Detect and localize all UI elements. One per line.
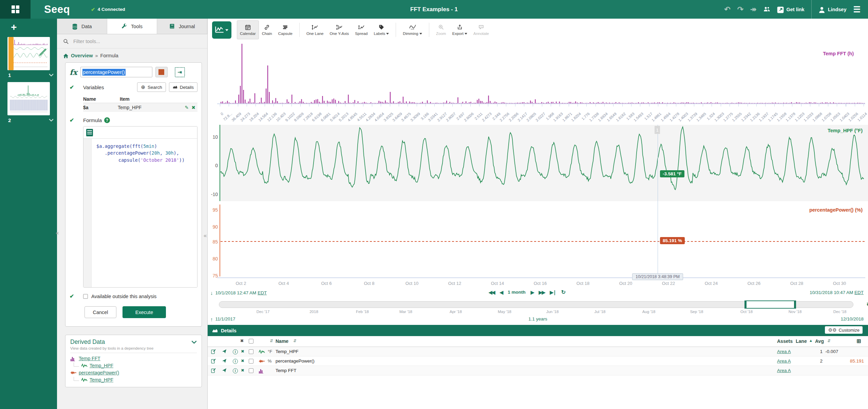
toolbar-button-annotate[interactable]: Annotate — [470, 20, 492, 39]
derived-item-link[interactable]: Temp FFT — [79, 356, 100, 361]
toolbar-button-zoom[interactable]: Zoom — [433, 20, 449, 39]
timeline-scrubber[interactable] — [219, 301, 853, 308]
remove-all-icon[interactable]: ✖ — [240, 338, 244, 343]
info-icon[interactable]: i — [233, 359, 238, 364]
power-dashed-series[interactable] — [221, 241, 865, 242]
range-start[interactable]: ↓ 10/1/2018 12:47 AM EDT — [210, 290, 267, 296]
chevron-down-icon[interactable] — [191, 340, 197, 344]
formula-help-icon[interactable]: ? — [104, 117, 110, 123]
insert-panel-icon[interactable]: ⇥ — [175, 67, 185, 77]
user-menu[interactable]: Lindsey — [818, 6, 847, 13]
worksheet-thumbnail-1[interactable] — [7, 37, 50, 70]
variables-details-button[interactable]: Details — [169, 82, 197, 92]
share-users-icon[interactable] — [763, 6, 770, 13]
hamburger-menu-icon[interactable]: ☰ — [853, 5, 861, 14]
execute-button[interactable]: Execute — [122, 306, 166, 318]
investigate-duration[interactable]: 1.1 years — [528, 316, 547, 322]
info-icon[interactable]: i — [233, 349, 238, 354]
assets-link[interactable]: Area A — [777, 368, 791, 373]
sort-icon[interactable]: ⇵ — [293, 338, 297, 343]
step-forward-fast-icon[interactable]: ▶▶ — [539, 290, 545, 295]
timeline-selection-window[interactable] — [744, 300, 796, 309]
chevron-down-icon[interactable] — [49, 74, 54, 77]
cancel-button[interactable]: Cancel — [84, 306, 116, 318]
collapse-worksheets-handle[interactable]: « — [56, 230, 59, 236]
document-lines-icon[interactable] — [86, 129, 93, 136]
add-worksheet-button[interactable]: + — [11, 22, 57, 32]
step-size-label[interactable]: 1 month — [508, 290, 526, 295]
send-item-icon[interactable] — [222, 349, 227, 354]
toolbar-button-dimming[interactable]: Dimming — [400, 20, 425, 39]
avg-column-header[interactable]: Avg — [815, 338, 824, 344]
select-all-checkbox[interactable] — [249, 339, 253, 344]
step-to-end-icon[interactable]: ▶❘ — [550, 290, 556, 295]
derived-item-link[interactable]: percentagePower() — [79, 370, 119, 375]
chevron-down-icon[interactable] — [49, 119, 54, 122]
refresh-icon[interactable]: ↻ — [561, 289, 566, 295]
toolbar-button-spread[interactable]: Spread — [352, 20, 371, 39]
sort-asc-icon[interactable]: ▲ — [809, 338, 813, 343]
range-end[interactable]: 10/31/2018 10:47 AM EDT — [810, 290, 864, 295]
connection-status[interactable]: ✔ 4 Connected — [91, 6, 125, 13]
toolbar-button-chain[interactable]: Chain — [259, 20, 275, 39]
code-area[interactable]: $a.aggregate(fft(5min) .percentagePower(… — [83, 139, 197, 287]
tab-data[interactable]: Data — [57, 19, 107, 34]
redo-icon[interactable]: ↷ — [737, 6, 743, 13]
remove-item-icon[interactable]: ✖ — [241, 349, 246, 354]
home-icon[interactable] — [63, 53, 69, 58]
formula-code[interactable]: $a.aggregate(fft(5min) .percentagePower(… — [92, 139, 185, 287]
app-menu-button[interactable] — [0, 0, 31, 19]
assets-column-header[interactable]: Assets — [777, 338, 793, 344]
available-checkbox[interactable] — [83, 294, 88, 299]
toolbar-button-export[interactable]: Export — [449, 20, 470, 39]
row-checkbox[interactable] — [249, 368, 253, 373]
range-end-tz[interactable]: EDT — [854, 290, 864, 295]
remove-variable-icon[interactable]: ✖ — [191, 105, 195, 110]
undo-icon[interactable]: ↶ — [724, 6, 730, 13]
get-link-button[interactable]: Get link — [777, 6, 805, 13]
step-forward-icon[interactable]: ▶ — [531, 290, 534, 295]
add-column-icon[interactable]: ⊞ — [856, 338, 861, 344]
formula-name-input[interactable]: percentagePower() — [80, 67, 152, 77]
tab-journal[interactable]: Journal — [157, 19, 207, 34]
customize-button[interactable]: ⚙⚙ Customize — [825, 326, 863, 334]
timeline-expand-icon[interactable]: ⇄ — [867, 300, 868, 307]
power-y-axis[interactable] — [220, 204, 220, 276]
row-checkbox[interactable] — [249, 359, 253, 364]
range-start-tz[interactable]: EDT — [258, 290, 267, 295]
assets-link[interactable]: Area A — [777, 358, 791, 364]
assets-link[interactable]: Area A — [777, 349, 791, 354]
lane-column-header[interactable]: Lane — [796, 338, 807, 344]
step-back-fast-icon[interactable]: ◀◀ — [489, 290, 495, 295]
breadcrumb-overview-link[interactable]: Overview — [71, 53, 93, 58]
toolbar-button-one-lane[interactable]: One Lane — [303, 20, 327, 39]
toolbar-button-calendar[interactable]: Calendar — [237, 20, 259, 39]
sort-icon[interactable]: ⇵ — [827, 338, 831, 343]
remove-item-icon[interactable]: ✖ — [241, 368, 246, 373]
name-column-header[interactable]: Name — [276, 338, 288, 344]
investigate-end[interactable]: 12/10/2018 — [841, 316, 864, 322]
derived-item-link[interactable]: Temp_HPF — [90, 363, 113, 368]
info-icon[interactable]: i — [233, 368, 238, 373]
send-item-icon[interactable] — [222, 368, 227, 373]
formula-code-editor[interactable]: $a.aggregate(fft(5min) .percentagePower(… — [83, 126, 197, 288]
temp-hpf-line-chart[interactable] — [220, 125, 864, 201]
worksheet-number[interactable]: 2 — [8, 117, 11, 123]
tab-tools[interactable]: Tools — [107, 19, 157, 34]
worksheet-number[interactable]: 1 — [8, 72, 11, 78]
row-checkbox[interactable] — [249, 349, 253, 354]
display-mode-button[interactable] — [212, 21, 231, 39]
color-picker-button[interactable] — [155, 67, 168, 77]
edit-worksheet-icon[interactable] — [38, 47, 48, 57]
toolbar-button-one-y-axis[interactable]: One Y-Axis — [326, 20, 352, 39]
remove-item-icon[interactable]: ✖ — [241, 358, 246, 364]
filter-tools-input[interactable] — [73, 38, 188, 44]
redo-all-icon[interactable]: ↠ — [750, 6, 756, 13]
edit-item-icon[interactable] — [211, 358, 216, 364]
send-item-icon[interactable] — [222, 358, 227, 364]
variables-search-button[interactable]: ⊕Search — [137, 82, 166, 92]
derived-item-link[interactable]: Temp_HPF — [90, 377, 113, 383]
toolbar-button-capsule[interactable]: Capsule — [275, 20, 296, 39]
edit-variable-icon[interactable]: ✎ — [185, 105, 189, 110]
fft-bar-chart[interactable] — [220, 43, 865, 103]
